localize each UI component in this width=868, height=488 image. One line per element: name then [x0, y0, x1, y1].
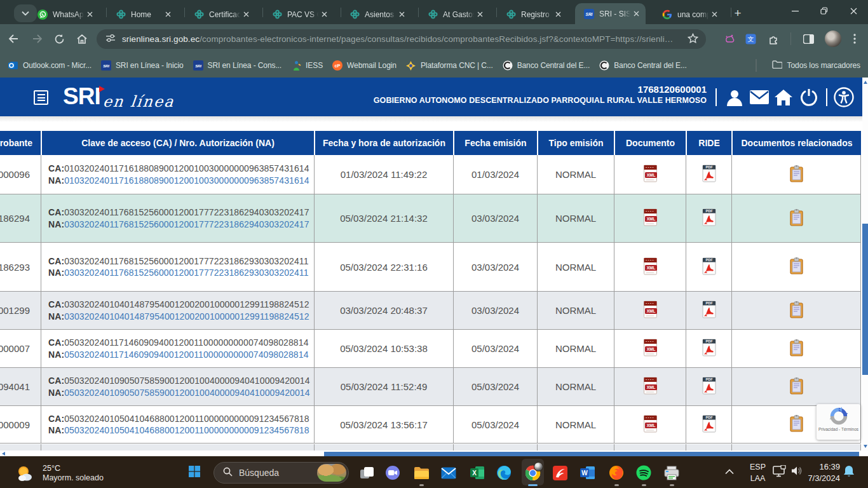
bookmark-item[interactable]: Plataforma CNC | C...	[406, 60, 493, 71]
user-icon[interactable]	[723, 86, 746, 109]
tab-close-icon[interactable]	[241, 9, 252, 20]
browser-menu-button[interactable]	[845, 29, 864, 48]
clipboard-icon[interactable]	[790, 301, 803, 320]
sri-logo[interactable]: SRI	[63, 83, 100, 110]
bookmark-item[interactable]: Outlook.com - Micr...	[8, 60, 92, 71]
edge-browser-button[interactable]	[496, 464, 512, 481]
scroll-up-arrow[interactable]	[864, 81, 867, 84]
extensions-puzzle-icon[interactable]	[764, 29, 783, 48]
horizontal-scrollbar-thumb[interactable]	[324, 452, 859, 456]
bookmark-item[interactable]: Banco Central del E...	[599, 60, 687, 71]
new-tab-button[interactable]: +	[729, 5, 746, 22]
vertical-scrollbar-thumb[interactable]	[862, 224, 868, 375]
task-view-button[interactable]	[358, 464, 375, 481]
xml-file-icon[interactable]: XML	[643, 208, 658, 228]
chat-button[interactable]	[384, 464, 401, 481]
excel-button[interactable]: X	[469, 464, 485, 481]
taskbar-search-box[interactable]: Búsqueda	[214, 462, 349, 484]
bookmark-item[interactable]: SRISRI en Línea - Cons...	[193, 60, 282, 71]
home-button[interactable]	[72, 29, 92, 48]
clipboard-icon[interactable]	[790, 377, 803, 396]
scroll-left-arrow[interactable]	[2, 452, 5, 456]
column-header[interactable]: Documentos relacionados	[731, 131, 861, 155]
pdf-file-icon[interactable]: PDF	[702, 377, 717, 396]
clipboard-icon[interactable]	[790, 209, 803, 228]
na-link[interactable]: 0503202401050410468800120011000000000091…	[64, 425, 309, 435]
xml-file-icon[interactable]: XML	[643, 257, 658, 277]
scroll-down-arrow[interactable]	[864, 445, 867, 448]
home-icon[interactable]	[772, 86, 795, 109]
search-highlight-image[interactable]	[317, 464, 346, 482]
back-button[interactable]	[4, 29, 23, 48]
browser-tab-registro[interactable]: Registro	[497, 4, 567, 24]
column-header[interactable]: Clave de acceso (CA) / Nro. Autorización…	[41, 131, 314, 155]
side-panel-button[interactable]	[799, 29, 818, 48]
forward-button[interactable]	[28, 29, 47, 48]
xml-file-icon[interactable]: XML	[643, 165, 658, 184]
menu-hamburger-icon[interactable]	[34, 90, 48, 105]
window-restore-button[interactable]	[810, 0, 839, 22]
pdf-file-icon[interactable]: PDF	[702, 339, 717, 358]
column-header[interactable]: Fecha emisión	[453, 131, 537, 155]
browser-tab-sri-sist[interactable]: SRISRI - SIST	[575, 3, 646, 24]
tray-language-indicator[interactable]: ESP LAA	[750, 461, 766, 484]
na-link[interactable]: 0303202401040148795400120020010000012991…	[64, 311, 309, 322]
na-link[interactable]: 0303202401176815256000120017772231862930…	[64, 268, 308, 278]
pdf-file-icon[interactable]: PDF	[702, 415, 717, 435]
tab-close-icon[interactable]	[85, 9, 95, 20]
address-bar[interactable]: srienlinea.sri.gob.ec/comprobantes-elect…	[97, 29, 706, 49]
firefox-button[interactable]	[608, 464, 625, 481]
na-link[interactable]: 0103202401171618808900120010030000000963…	[64, 175, 309, 186]
xml-file-icon[interactable]: XML	[643, 415, 658, 435]
browser-tab-pac-vs-c[interactable]: PAC VS C	[263, 4, 334, 24]
na-link[interactable]: 0303202401176815256000120017772231862940…	[64, 219, 309, 229]
window-minimize-button[interactable]	[780, 0, 810, 22]
bookmark-item[interactable]: IESS	[291, 60, 323, 71]
column-header[interactable]: Fecha y hora de autorización	[314, 131, 453, 155]
browser-tab-asientos[interactable]: Asientos	[341, 4, 411, 24]
browser-tab-una-comp[interactable]: una comp	[653, 4, 724, 24]
all-bookmarks-label[interactable]: Todos los marcadores	[787, 61, 860, 70]
spotify-button[interactable]	[635, 464, 652, 481]
xml-file-icon[interactable]: XML	[643, 301, 658, 320]
pdf-file-icon[interactable]: PDF	[702, 301, 717, 320]
reload-button[interactable]	[50, 29, 69, 48]
clipboard-icon[interactable]	[790, 339, 803, 358]
weather-widget[interactable]: 25°C Mayorm. soleado	[17, 463, 104, 483]
bookmark-item[interactable]: SRISRI en Línea - Inicio	[101, 60, 184, 71]
bookmark-item[interactable]: Banco Central del E...	[503, 60, 590, 71]
column-header[interactable]: RIDE	[686, 131, 731, 155]
browser-tab-at-gastos[interactable]: At Gastos	[419, 4, 489, 24]
tab-close-icon[interactable]	[163, 9, 173, 20]
clipboard-icon[interactable]	[790, 165, 803, 184]
logout-power-icon[interactable]	[797, 86, 820, 109]
xml-file-icon[interactable]: XML	[643, 339, 658, 358]
mail-app-button[interactable]	[440, 464, 457, 481]
tab-close-icon[interactable]	[475, 9, 485, 20]
clipboard-icon[interactable]	[790, 415, 803, 434]
tab-close-icon[interactable]	[397, 9, 407, 20]
tray-chevron-icon[interactable]	[725, 466, 734, 477]
tray-network-icon[interactable]	[773, 465, 787, 480]
bookmark-star-icon[interactable]	[688, 33, 698, 45]
clipboard-icon[interactable]	[790, 257, 803, 276]
column-header[interactable]: Tipo emisión	[537, 131, 614, 155]
window-close-button[interactable]	[839, 0, 868, 22]
xml-file-icon[interactable]: XML	[643, 377, 658, 396]
word-button[interactable]: W	[580, 464, 596, 481]
profile-avatar[interactable]	[824, 29, 843, 48]
tab-close-icon[interactable]	[319, 9, 330, 20]
pdf-file-icon[interactable]: PDF	[702, 165, 717, 184]
tab-close-icon[interactable]	[631, 8, 642, 19]
tray-volume-icon[interactable]	[790, 465, 803, 479]
recaptcha-badge[interactable]: Privacidad - Términos	[817, 404, 860, 440]
vertical-scrollbar[interactable]	[862, 78, 868, 452]
na-link[interactable]: 0503202401171460909400120011000000000074…	[64, 349, 308, 360]
tab-close-icon[interactable]	[709, 9, 720, 20]
browser-tab-home[interactable]: Home	[107, 4, 177, 24]
foxit-pdf-button[interactable]	[552, 464, 568, 481]
bookmark-item[interactable]: cPWebmail Login	[332, 60, 397, 71]
tab-close-icon[interactable]	[553, 9, 564, 20]
browser-tab-certificaci[interactable]: Certificaci	[185, 4, 255, 24]
file-explorer-button[interactable]	[413, 464, 430, 481]
